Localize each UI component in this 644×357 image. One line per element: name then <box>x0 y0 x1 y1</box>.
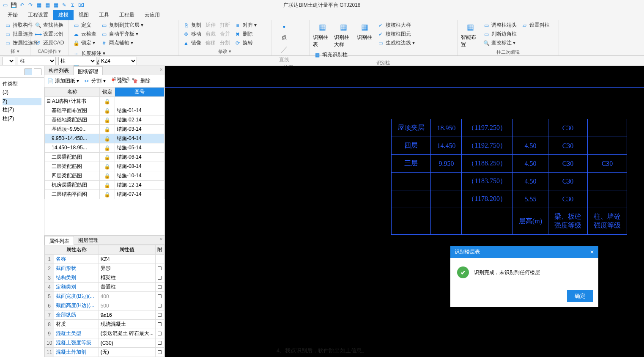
table-row[interactable]: 4定额类别普通柱☐ <box>45 283 164 292</box>
tree-item[interactable]: (J) <box>3 88 41 96</box>
table-row[interactable]: ⊟ A1结构+计算书🔒 <box>45 97 164 106</box>
qat-icon[interactable]: ↷ <box>27 2 34 8</box>
table-row[interactable]: 7全部纵筋9⌀16☐ <box>45 310 164 320</box>
tab-model[interactable]: 建模 <box>53 10 74 20</box>
copy-to-floor[interactable]: ▭复制到其它层 ▾ <box>100 21 144 29</box>
locate-drawing[interactable]: 📍定位 <box>110 77 128 85</box>
close-icon[interactable]: ✕ <box>159 237 163 242</box>
tab-quantity[interactable]: 工程量 <box>114 10 140 20</box>
qat-icon[interactable]: ⌧ <box>78 2 85 8</box>
qat-icon[interactable]: ▦ <box>44 2 51 8</box>
copy[interactable]: ⎘复制 <box>182 21 202 29</box>
qat-icon[interactable]: ▭ <box>2 2 8 8</box>
table-row[interactable]: 基础平面布置图🔒结施-01-14 <box>45 106 164 115</box>
add-drawing[interactable]: 📄添加图纸 ▾ <box>47 77 79 85</box>
qat-icon[interactable]: 💾 <box>10 2 17 8</box>
move[interactable]: ✥移动 <box>182 30 202 38</box>
line-tool[interactable]: ／直线 <box>275 44 293 63</box>
auto-level[interactable]: ▭自动平齐板 ▾ <box>100 30 144 38</box>
recognize-col-table[interactable]: ▦识别柱表 <box>313 21 332 48</box>
tree-item[interactable]: 柱(Z) <box>3 114 41 123</box>
close-icon[interactable]: ✕ <box>159 67 163 72</box>
view-toggle-icon[interactable] <box>25 69 32 75</box>
tree-item[interactable]: 柱(Z) <box>3 105 41 114</box>
smart-layout[interactable]: ▦智能布置 <box>461 21 480 48</box>
recognize-col[interactable]: ▦识别柱 <box>355 21 374 48</box>
split-drawing[interactable]: ✂分割 ▾ <box>83 77 105 85</box>
lock[interactable]: 🔒锁定 ▾ <box>72 39 97 47</box>
group-label: 修改 ▾ <box>182 47 268 55</box>
table-row[interactable]: 基础顶~9.950...🔒结施-03-14 <box>45 125 164 134</box>
table-row[interactable]: 9.950~14.450...🔒结施-04-14 <box>45 134 164 143</box>
define[interactable]: ▭定义 <box>72 21 97 29</box>
tab-view[interactable]: 视图 <box>74 10 94 20</box>
two-point-axis[interactable]: #两点辅轴 ▾ <box>100 39 144 47</box>
rotate[interactable]: ⟳旋转 <box>233 39 258 47</box>
selector-c[interactable]: 柱 <box>58 57 96 65</box>
view-toggle-icon[interactable] <box>34 69 41 75</box>
close-icon[interactable]: ✕ <box>590 249 594 255</box>
tab-props[interactable]: 属性列表 <box>44 236 74 245</box>
table-row[interactable]: 三层梁配筋图🔒结施-08-14 <box>45 162 164 171</box>
merge: 合并 <box>219 30 231 38</box>
tab-cloud[interactable]: 云应用 <box>140 10 165 20</box>
point-tool[interactable]: •点 <box>275 21 293 41</box>
table-row[interactable]: 机房层梁配筋图🔒结施-12-14 <box>45 181 164 190</box>
adjust-col-end[interactable]: ▭调整柱端头 <box>482 21 518 29</box>
set-incline-col[interactable]: ▱设置斜柱 <box>520 21 551 29</box>
property-table[interactable]: 属性名称属性值附 1名称KZ42截面形状异形☐3结构类别框架柱☐4定额类别普通柱… <box>44 245 164 357</box>
drawing-table[interactable]: 名称锁定图号 ⊟ A1结构+计算书🔒 基础平面布置图🔒结施-01-14 基础地梁… <box>44 87 164 199</box>
table-row[interactable]: 四层梁配筋图🔒结施-10-14 <box>45 171 164 181</box>
table-row[interactable]: 14.450~18.95...🔒结施-05-14 <box>45 143 164 153</box>
tab-start[interactable]: 开始 <box>3 10 23 20</box>
group-label: 柱二次编辑 <box>461 48 555 55</box>
tab-project[interactable]: 工程设置 <box>23 10 53 20</box>
mirror[interactable]: ▲镜像 <box>182 39 202 47</box>
selector-a[interactable] <box>3 57 15 65</box>
align[interactable]: ≡对齐 ▾ <box>233 21 258 29</box>
tree-item[interactable]: Z) <box>3 98 41 105</box>
table-row[interactable]: 3结构类别框架柱☐ <box>45 273 164 283</box>
restore-cad[interactable]: ↺还原CAD <box>34 39 65 47</box>
find-replace[interactable]: 🔍查找替换 <box>34 21 65 29</box>
tab-component-list[interactable]: 构件列表 <box>44 66 73 75</box>
cloud-check[interactable]: ☁云检查 <box>72 30 97 38</box>
tree-item[interactable]: 件类型 <box>3 80 41 88</box>
qat-icon[interactable]: ↶ <box>19 2 25 8</box>
selector-b[interactable]: 柱 <box>18 57 56 65</box>
qat-icon[interactable]: ✎ <box>61 2 68 8</box>
drawing-canvas[interactable]: 屋顶夹层18.950（1197.250） C30 四层14.450（1192.7… <box>165 66 644 357</box>
gen-col-edge[interactable]: ▭生成柱边线 ▾ <box>376 39 416 47</box>
qat-icon[interactable]: Σ <box>69 2 76 8</box>
table-row[interactable]: 2截面形状异形☐ <box>45 264 164 273</box>
judge-corner-col[interactable]: ▭判断边角柱 <box>482 30 518 38</box>
delete-drawing[interactable]: 🗑删除 <box>132 77 151 85</box>
selector-d[interactable]: KZ4 <box>99 57 137 65</box>
tab-tools[interactable]: 工具 <box>94 10 114 20</box>
table-row[interactable]: 5截面宽度(B边)(...400☐ <box>45 292 164 301</box>
check-col-detail[interactable]: ✓校核柱大样 <box>376 21 416 29</box>
property-panel: 属性列表 图层管理 ✕ 属性名称属性值附 1名称KZ42截面形状异形☐3结构类别… <box>44 235 164 357</box>
set-scale[interactable]: ⟷设置比例 <box>34 30 65 38</box>
tab-drawing-mgmt[interactable]: 图纸管理 <box>73 66 103 75</box>
table-row[interactable]: 8材质现浇混凝土☐ <box>45 320 164 329</box>
table-row[interactable]: 基础地梁配筋图🔒结施-02-14 <box>45 115 164 125</box>
delete[interactable]: ✖删除 <box>233 30 258 38</box>
table-row[interactable]: 二层梁配筋图🔒结施-06-14 <box>45 153 164 162</box>
tab-layers[interactable]: 图层管理 <box>74 236 103 244</box>
ribbon: ▭拾取构件 ▭批量选择 ▭按属性选择 择 ▾ 🔍查找替换 ⟷设置比例 ↺还原CA… <box>0 20 644 56</box>
qat-icon[interactable]: ▦ <box>36 2 42 8</box>
table-row[interactable]: 10混凝土强度等级(C30)☐ <box>45 338 164 348</box>
split: 分割 <box>219 39 231 47</box>
table-row[interactable]: 1名称KZ4 <box>45 255 164 264</box>
recognize-col-detail[interactable]: ▦识别柱大样 <box>334 21 353 48</box>
check-col-element[interactable]: ✓校核柱图元 <box>376 30 416 38</box>
nav-tree[interactable]: 件类型 (J) Z) 柱(Z) 柱(Z) <box>0 78 44 125</box>
table-row[interactable]: 6截面高度(H边)(...500☐ <box>45 301 164 310</box>
edit-annotation[interactable]: 🔍查改标注 ▾ <box>482 39 518 47</box>
table-row[interactable]: 二层结构平面图🔒结施-07-14 <box>45 190 164 199</box>
ok-button[interactable]: 确定 <box>567 290 593 302</box>
table-row[interactable]: 9混凝土类型(泵送混凝土 碎石最大...☐ <box>45 329 164 338</box>
fill-recognize-col[interactable]: ▦填充识别柱 <box>313 51 348 59</box>
qat-icon[interactable]: ▦ <box>52 2 59 8</box>
